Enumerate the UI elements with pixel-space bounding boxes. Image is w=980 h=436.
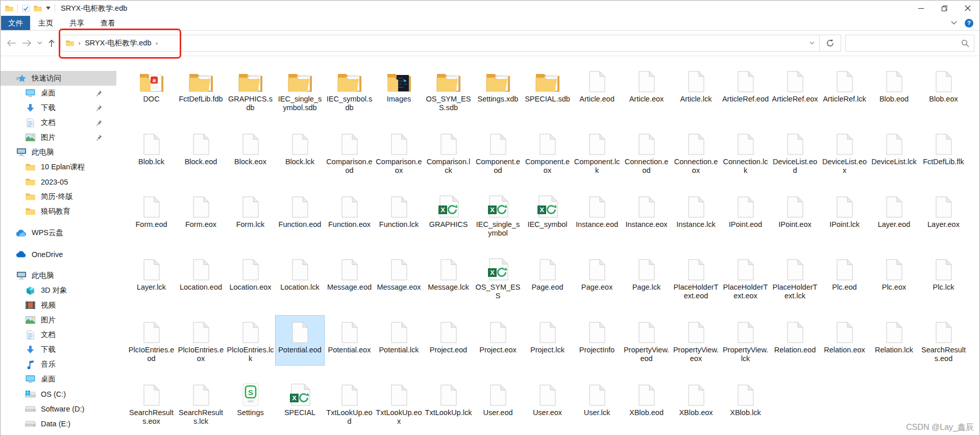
- file-item[interactable]: Layer.eox: [919, 190, 968, 240]
- file-item[interactable]: Block.eox: [226, 127, 275, 177]
- sidebar-item[interactable]: 10 Eplan课程: [1, 160, 116, 174]
- file-item[interactable]: Settings.xdb: [473, 64, 523, 115]
- file-item[interactable]: IPoint.eod: [721, 190, 770, 240]
- file-item[interactable]: PlcIoEntries.eox: [176, 315, 226, 366]
- file-item[interactable]: Location.eod: [176, 252, 226, 303]
- file-item[interactable]: Relation.eod: [770, 315, 820, 366]
- sidebar-item[interactable]: 图片: [1, 130, 116, 145]
- sidebar-item[interactable]: 桌面: [1, 372, 116, 387]
- file-item[interactable]: Function.eod: [275, 190, 325, 240]
- tab-view[interactable]: 查看: [92, 16, 124, 30]
- file-item[interactable]: Article.lck: [671, 64, 721, 115]
- file-item[interactable]: Message.eod: [325, 252, 374, 303]
- file-item[interactable]: GRAPHICS.sdb: [226, 64, 275, 115]
- file-item[interactable]: SPECIAL.sdb: [523, 64, 572, 115]
- up-icon[interactable]: [48, 39, 55, 47]
- file-item[interactable]: Page.lck: [622, 252, 671, 303]
- file-item[interactable]: IPoint.eox: [770, 190, 820, 240]
- sidebar-item[interactable]: Software (D:): [1, 401, 116, 416]
- properties-check-icon[interactable]: [22, 5, 30, 12]
- sidebar-item[interactable]: 下载: [1, 100, 116, 115]
- file-item[interactable]: Message.lck: [424, 252, 473, 303]
- file-item[interactable]: XIEC_symbol: [523, 190, 572, 240]
- breadcrumb-path[interactable]: SRYX-电柜教学.edb: [85, 38, 151, 48]
- file-item[interactable]: Location.lck: [275, 252, 325, 303]
- sidebar-item[interactable]: 3D 对象: [1, 283, 116, 298]
- file-item[interactable]: PropertyView.lck: [721, 315, 770, 366]
- file-item[interactable]: aDOC: [127, 64, 176, 115]
- file-item[interactable]: DeviceList.eod: [770, 127, 820, 177]
- close-button[interactable]: [956, 1, 979, 16]
- file-item[interactable]: Article.eox: [622, 64, 671, 115]
- file-item[interactable]: SSettings: [226, 378, 275, 428]
- file-item[interactable]: Connection.eox: [671, 127, 721, 177]
- file-item[interactable]: DeviceList.lck: [869, 127, 919, 177]
- file-item[interactable]: FctDefLib.flk: [919, 127, 968, 177]
- file-item[interactable]: Form.lck: [226, 190, 275, 240]
- file-item[interactable]: Connection.lck: [721, 127, 770, 177]
- file-item[interactable]: Page.eox: [572, 252, 622, 303]
- file-item[interactable]: Potential.eod: [275, 315, 325, 366]
- sidebar-item[interactable]: 狼码教育: [1, 204, 116, 219]
- file-item[interactable]: User.eox: [523, 378, 572, 428]
- file-item[interactable]: XBlob.lck: [721, 378, 770, 428]
- minimize-button[interactable]: [909, 1, 933, 16]
- sidebar-item[interactable]: Data (E:): [1, 416, 116, 431]
- file-item[interactable]: PlaceHolderText.lck: [770, 252, 820, 303]
- ribbon-expand-chevron-icon[interactable]: [951, 21, 957, 25]
- file-item[interactable]: SearchResults.eox: [127, 378, 176, 428]
- file-item[interactable]: Component.eod: [473, 127, 523, 177]
- file-item[interactable]: Relation.lck: [869, 315, 919, 366]
- file-item[interactable]: Potential.lck: [374, 315, 424, 366]
- file-item[interactable]: Instance.eod: [572, 190, 622, 240]
- forward-icon[interactable]: [22, 39, 32, 47]
- sidebar-item[interactable]: 桌面: [1, 86, 116, 100]
- file-item[interactable]: Comparison.lck: [424, 127, 473, 177]
- file-item[interactable]: XSPECIAL: [275, 378, 325, 428]
- sidebar-item[interactable]: 简历-终版: [1, 189, 116, 204]
- file-item[interactable]: Form.eox: [176, 190, 226, 240]
- file-item[interactable]: Comparison.eox: [374, 127, 424, 177]
- file-item[interactable]: Connection.eod: [622, 127, 671, 177]
- tab-file[interactable]: 文件: [1, 16, 30, 30]
- sidebar-item[interactable]: 此电脑: [1, 268, 116, 283]
- file-item[interactable]: Location.eox: [226, 252, 275, 303]
- file-item[interactable]: Article.eod: [572, 64, 622, 115]
- file-item[interactable]: Blob.eod: [869, 64, 919, 115]
- back-icon[interactable]: [7, 39, 16, 47]
- file-item[interactable]: Project.eox: [473, 315, 523, 366]
- file-item[interactable]: DeviceList.eox: [820, 127, 869, 177]
- file-item[interactable]: User.lck: [572, 378, 622, 428]
- qat-customize-caret-icon[interactable]: [46, 7, 51, 10]
- maximize-button[interactable]: [933, 1, 956, 16]
- sidebar-item[interactable]: 快速访问: [1, 71, 116, 86]
- sidebar-item[interactable]: 音乐: [1, 357, 116, 372]
- file-item[interactable]: TxtLookUp.eox: [374, 378, 424, 428]
- file-item[interactable]: PlaceHolderText.eod: [671, 252, 721, 303]
- file-item[interactable]: Block.eod: [176, 127, 226, 177]
- file-item[interactable]: XGRAPHICS: [424, 190, 473, 240]
- file-item[interactable]: Instance.lck: [671, 190, 721, 240]
- file-item[interactable]: XOS_SYM_ESS: [473, 252, 523, 303]
- file-item[interactable]: XBlob.eod: [622, 378, 671, 428]
- file-item[interactable]: SearchResults.eod: [919, 315, 968, 366]
- search-box[interactable]: [845, 35, 974, 52]
- file-item[interactable]: User.eod: [473, 378, 523, 428]
- recent-locations-chevron-icon[interactable]: [37, 41, 42, 45]
- file-item[interactable]: Plc.eod: [820, 252, 869, 303]
- file-item[interactable]: Layer.lck: [127, 252, 176, 303]
- file-item[interactable]: XBlob.eox: [671, 378, 721, 428]
- sidebar-item[interactable]: 视频: [1, 298, 116, 313]
- file-item[interactable]: Comparison.eod: [325, 127, 374, 177]
- file-item[interactable]: Function.eox: [325, 190, 374, 240]
- file-item[interactable]: Message.eox: [374, 252, 424, 303]
- file-item[interactable]: Component.lck: [572, 127, 622, 177]
- file-item[interactable]: IPoint.lck: [820, 190, 869, 240]
- breadcrumb-separator[interactable]: ›: [155, 39, 158, 47]
- file-item[interactable]: Blob.lck: [127, 127, 176, 177]
- file-item[interactable]: PropertyView.eox: [671, 315, 721, 366]
- file-item[interactable]: TxtLookUp.eod: [325, 378, 374, 428]
- file-item[interactable]: Relation.eox: [820, 315, 869, 366]
- file-item[interactable]: Project.lck: [523, 315, 572, 366]
- help-button[interactable]: ?: [965, 19, 973, 28]
